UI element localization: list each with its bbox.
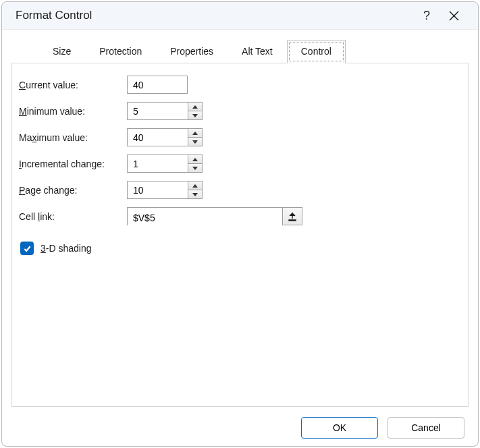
input-incremental-change[interactable] <box>127 155 188 173</box>
help-icon[interactable]: ? <box>413 2 440 29</box>
dialog-body: Size Protection Properties Alt Text Cont… <box>2 30 478 414</box>
row-3d-shading: 3-D shading <box>19 242 456 255</box>
spinner-down-icon[interactable] <box>188 137 202 146</box>
spinner-maximum-value <box>188 128 203 146</box>
format-control-dialog: Format Control ? Size Protection Propert… <box>1 1 479 447</box>
input-minimum-value[interactable] <box>127 102 188 120</box>
dialog-title: Format Control <box>16 9 92 22</box>
spinner-down-icon[interactable] <box>188 111 202 119</box>
tabstrip: Size Protection Properties Alt Text Cont… <box>38 39 469 63</box>
titlebar: Format Control ? <box>2 2 478 30</box>
spinner-up-icon[interactable] <box>188 181 202 190</box>
input-maximum-value[interactable] <box>127 128 188 146</box>
ok-button[interactable]: OK <box>301 417 378 439</box>
tab-size[interactable]: Size <box>38 40 85 63</box>
cancel-button[interactable]: Cancel <box>388 417 464 439</box>
tab-properties[interactable]: Properties <box>156 40 228 63</box>
dialog-footer: OK Cancel <box>2 414 478 446</box>
tab-control[interactable]: Control <box>287 40 346 63</box>
spinner-up-icon[interactable] <box>188 155 202 163</box>
close-icon[interactable] <box>440 2 467 29</box>
spinner-minimum-value <box>188 102 203 120</box>
spinner-page-change <box>188 181 203 199</box>
checkbox-3d-shading[interactable] <box>20 242 34 255</box>
label-page-change: Page change: <box>19 185 127 196</box>
label-incremental-change: Incremental change: <box>19 159 127 169</box>
tab-protection[interactable]: Protection <box>85 40 156 63</box>
input-current-value[interactable] <box>127 76 188 94</box>
range-picker-icon[interactable] <box>282 208 302 225</box>
label-current-value: Current value: <box>19 80 127 90</box>
label-cell-link: Cell link: <box>19 211 127 222</box>
spinner-incremental-change <box>188 155 203 173</box>
spinner-up-icon[interactable] <box>188 129 202 137</box>
tab-panel-control: Current value: Minimum value: <box>11 63 469 407</box>
label-maximum-value: Maximum value: <box>19 132 127 143</box>
tab-alt-text[interactable]: Alt Text <box>228 40 287 63</box>
input-page-change[interactable] <box>127 181 188 199</box>
input-cell-link[interactable] <box>128 208 282 227</box>
spinner-down-icon[interactable] <box>188 190 202 198</box>
spinner-up-icon[interactable] <box>188 103 202 111</box>
label-3d-shading: 3-D shading <box>41 243 92 254</box>
spinner-down-icon[interactable] <box>188 163 202 172</box>
label-minimum-value: Minimum value: <box>19 106 127 117</box>
